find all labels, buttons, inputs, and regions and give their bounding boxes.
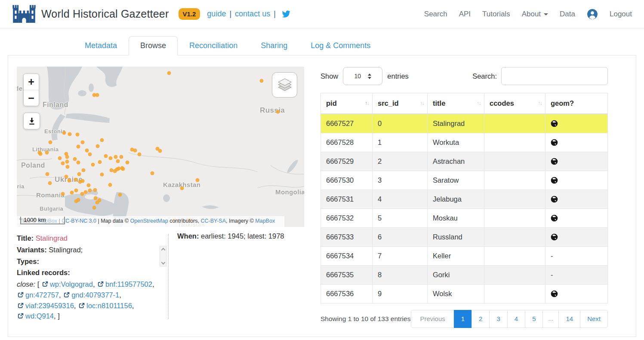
map-point-marker[interactable] [98,160,102,164]
variants-scrollbar[interactable] [160,246,166,266]
nav-item-data[interactable]: Data [560,10,575,18]
linked-record-link[interactable]: bnf:119577502 [105,280,152,288]
attribution-link[interactable]: CC-BY-NC 3.0 [62,218,96,224]
map-point-marker[interactable] [276,110,280,114]
map-point-marker[interactable] [108,183,112,187]
map-point-marker[interactable] [65,155,69,159]
search-input[interactable] [501,67,608,85]
nav-item-tutorials[interactable]: Tutorials [482,10,510,18]
map-point-marker[interactable] [62,131,66,135]
map-point-marker[interactable] [74,178,78,182]
tab-sharing[interactable]: Sharing [249,36,299,55]
map-point-marker[interactable] [126,161,129,165]
page-button-4[interactable]: 4 [507,310,525,328]
map-point-marker[interactable] [100,138,104,142]
map-point-marker[interactable] [78,180,82,184]
map-point-marker[interactable] [81,141,85,144]
map-point-marker[interactable] [120,166,124,170]
map-point-marker[interactable] [87,184,91,187]
map-point-marker[interactable] [82,168,86,172]
download-map-button[interactable] [23,113,40,129]
linked-record-link[interactable]: gnd:4079377-1 [71,291,119,299]
linked-record-link[interactable]: loc:n81011156 [86,302,132,309]
layers-control[interactable] [272,72,297,98]
map-point-marker[interactable] [196,178,200,182]
map-point-marker[interactable] [74,199,78,203]
page-button-2[interactable]: 2 [471,310,490,328]
map-point-marker[interactable] [120,155,123,159]
column-header-src-id[interactable]: src_id↑↓ [373,93,428,114]
map-point-marker[interactable] [100,173,104,177]
zoom-in-button[interactable]: + [24,74,39,90]
map-point-marker[interactable] [45,151,49,155]
linked-record-link[interactable]: viaf:239459316 [25,302,74,309]
map-point-marker[interactable] [46,172,49,176]
map-point-marker[interactable] [77,161,80,165]
user-account-icon[interactable] [587,9,598,20]
scroll-down-icon[interactable] [161,260,165,265]
map-point-marker[interactable] [66,165,70,169]
map-point-marker[interactable] [118,193,122,197]
page-button-3[interactable]: 3 [489,310,507,328]
column-header-geom[interactable]: geom? [545,93,608,114]
map-point-marker[interactable] [85,149,89,153]
map-point-marker[interactable] [94,196,98,200]
attribution-link[interactable]: MapBox [255,218,275,224]
map-point-marker[interactable] [114,155,118,159]
table-row[interactable]: 66675358Gorki- [321,266,608,285]
map-point-marker[interactable] [84,190,88,194]
nav-item-search[interactable]: Search [424,10,447,18]
map-point-marker[interactable] [65,175,68,179]
guide-link[interactable]: guide [207,9,226,18]
map-point-marker[interactable] [93,188,97,192]
map-point-marker[interactable] [92,206,96,210]
map-point-marker[interactable] [38,151,42,155]
linked-record-link[interactable]: gn:472757 [25,291,59,299]
tab-reconciliation[interactable]: Reconciliation [178,36,249,55]
contact-link[interactable]: contact us [235,9,270,18]
tab-browse[interactable]: Browse [129,36,178,55]
table-row[interactable]: 66675292Astrachan [321,152,608,171]
map-point-marker[interactable] [151,172,154,175]
map-point-marker[interactable] [116,159,120,163]
column-header-pid[interactable]: pid↑↓ [321,93,373,114]
table-row[interactable]: 66675270Stalingrad [321,114,608,133]
twitter-icon[interactable] [281,9,291,19]
nav-item-about[interactable]: About [522,10,548,18]
logout-link[interactable]: Logout [610,10,632,18]
map-point-marker[interactable] [104,154,108,158]
attribution-link[interactable]: OpenStreetMap [130,218,168,224]
table-row[interactable]: 66675281Workuta [321,133,608,152]
page-button-14[interactable]: 14 [558,310,580,328]
column-header-ccodes[interactable]: ccodes↑↓ [484,93,545,114]
map-point-marker[interactable] [70,191,74,195]
map-point-marker[interactable] [77,172,81,176]
linked-record-link[interactable]: wp:Volgograd [50,280,93,288]
map-point-marker[interactable] [58,156,62,160]
attribution-link[interactable]: CC-BY-SA [200,218,226,224]
map-point-marker[interactable] [88,153,92,156]
column-header-title[interactable]: title↑↓ [428,93,484,114]
previous-page-button[interactable]: Previous [411,310,454,328]
nav-item-api[interactable]: API [459,10,471,18]
table-row[interactable]: 66675314Jelabuga [321,190,608,209]
table-row[interactable]: 66675325Moskau [321,209,608,228]
page-button-5[interactable]: 5 [525,310,543,328]
map-point-marker[interactable] [68,132,72,136]
map-point-marker[interactable] [61,192,65,196]
zoom-out-button[interactable]: − [24,90,39,106]
map-point-marker[interactable] [138,153,142,156]
map-point-marker[interactable] [180,187,184,190]
page-size-select[interactable]: 10 [343,67,382,85]
map-point-marker[interactable] [109,156,113,160]
map-canvas[interactable]: SwedenFinlandEstoniaLithuaniaPolandUkrai… [17,67,304,227]
map-point-marker[interactable] [260,79,264,83]
map-point-marker[interactable] [76,133,80,137]
map-point-marker[interactable] [77,145,80,149]
table-row[interactable]: 66675369Wolsk [321,285,608,303]
table-row[interactable]: 66675303Saratow [321,171,608,190]
map-point-marker[interactable] [133,149,137,153]
tab-metadata[interactable]: Metadata [73,36,129,55]
map-point-marker[interactable] [48,181,52,185]
map-point-marker[interactable] [91,163,95,167]
